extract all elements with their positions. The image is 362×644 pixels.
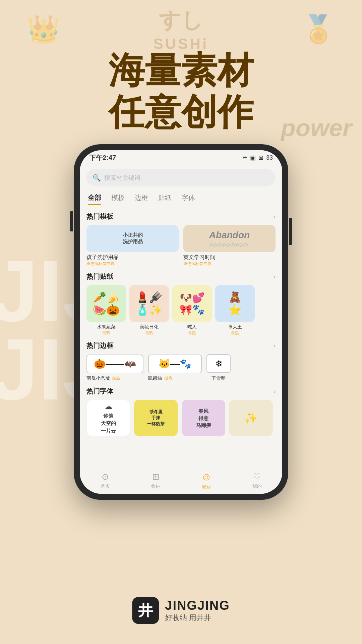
hot-fonts-header: 热门字体 › [86, 387, 276, 396]
bottom-nav: ⊙ 首页 ⊞ 收纳 ☺ 素材 ♡ 我的 [80, 467, 282, 494]
border-box-1: 🎃——🦇 [86, 355, 143, 373]
tab-template[interactable]: 模板 [111, 193, 125, 205]
template-tag-2: ※连续标签专属 [183, 261, 276, 267]
phone-outer: 下午2:47 ✳ ▣ ⊠ 33 🔍 搜素材关键词 全部 模板 [74, 144, 288, 500]
nav-material[interactable]: ☺ 素材 [181, 471, 232, 490]
hot-stickers-title: 热门贴纸 [86, 272, 113, 281]
border-name-3: 下雪咔 [212, 375, 226, 381]
nav-mine[interactable]: ♡ 我的 [232, 472, 282, 489]
sticker-2[interactable]: 💄🪮🧴✨ 美妆日化 最热 [129, 285, 169, 336]
hot-templates-header: 热门模板 › [86, 212, 276, 221]
hot-borders-title: 热门边框 [86, 341, 113, 350]
nav-home-label: 首页 [101, 483, 110, 489]
nav-home[interactable]: ⊙ 首页 [80, 472, 130, 489]
tab-bar: 全部 模板 边框 贴纸 字体 [86, 193, 276, 205]
material-icon: ☺ [201, 471, 212, 483]
sticker-box-3: 🐶💕🎀🐾 [172, 285, 212, 322]
tab-sticker[interactable]: 贴纸 [158, 193, 172, 205]
template-tag-1: ※连续标签专属 [86, 261, 179, 267]
nav-storage[interactable]: ⊞ 收纳 [130, 472, 181, 489]
search-icon: 🔍 [93, 174, 101, 182]
tab-all[interactable]: 全部 [88, 193, 101, 205]
tab-font[interactable]: 字体 [182, 193, 195, 205]
sticker-box-2: 💄🪮🧴✨ [129, 285, 169, 322]
battery-icon: ▣ [250, 154, 256, 161]
stickers-row: 🥕🍌🍉🎃 水果蔬菜 最热 💄🪮🧴✨ 美妆日化 最热 🐶💕🎀🐾 吨人 [86, 285, 276, 336]
phone-mockup: 下午2:47 ✳ ▣ ⊠ 33 🔍 搜素材关键词 全部 模板 [74, 144, 288, 500]
hot-stickers-header: 热门贴纸 › [86, 272, 276, 281]
sticker-name-4: 卓大王 [215, 324, 255, 330]
template-img-2: Abandon ▷▷▷▷▷▷▷▷▷ [183, 225, 276, 252]
brand-name: JINGJING [165, 598, 230, 613]
template-name-2: 英文学习时间 [183, 254, 276, 261]
sticker-box-4: 🧸⭐ [215, 285, 255, 322]
template-img-1: 小正井的洗护用品 [86, 225, 179, 252]
storage-icon: ⊞ [152, 472, 160, 482]
border-tag-2: 最热 [164, 375, 172, 381]
border-tag-1: 最热 [112, 375, 120, 381]
tab-border[interactable]: 边框 [135, 193, 148, 205]
border-name-2: 凯凯猫 [148, 375, 162, 381]
sticker-name-3: 吨人 [172, 324, 212, 330]
hot-templates-section: 热门模板 › 小正井的洗护用品 孩子洗护用品 ※连续标签专属 [86, 212, 276, 267]
sticker-3[interactable]: 🐶💕🎀🐾 吨人 最热 [172, 285, 212, 336]
hot-borders-more[interactable]: › [274, 343, 276, 349]
hot-stickers-section: 热门贴纸 › 🥕🍌🍉🎃 水果蔬菜 最热 💄🪮🧴✨ 美妆日化 最热 [86, 272, 276, 336]
font-card-4[interactable]: ✨ [229, 400, 273, 436]
brand-slogan: 好收纳 用井井 [165, 613, 230, 623]
sticker-4[interactable]: 🧸⭐ 卓大王 最热 [215, 285, 255, 336]
templates-row: 小正井的洗护用品 孩子洗护用品 ※连续标签专属 Abandon ▷▷▷▷▷▷▷▷… [86, 225, 276, 267]
hot-fonts-more[interactable]: › [274, 388, 276, 394]
hot-templates-title: 热门模板 [86, 212, 113, 221]
mine-icon: ♡ [253, 472, 261, 482]
hot-fonts-title: 热门字体 [86, 387, 113, 396]
hot-borders-header: 热门边框 › [86, 341, 276, 350]
border-3[interactable]: ❄ 下雪咔 [206, 354, 231, 381]
template-card-2[interactable]: Abandon ▷▷▷▷▷▷▷▷▷ 英文学习时间 ※连续标签专属 [183, 225, 276, 267]
fonts-row: ☁你羡天空的一片云 茶冬里手捧一杯热茶 春风得意马蹄疾 ✨ [86, 400, 276, 436]
brand-text: JINGJING 好收纳 用井井 [165, 598, 230, 623]
hot-templates-more[interactable]: › [274, 214, 276, 220]
template-name-1: 孩子洗护用品 [86, 254, 179, 261]
sticker-1[interactable]: 🥕🍌🍉🎃 水果蔬菜 最热 [86, 285, 126, 336]
template-card-1[interactable]: 小正井的洗护用品 孩子洗护用品 ※连续标签专属 [86, 225, 179, 267]
battery-level: 33 [266, 154, 273, 161]
sticker-tag-4: 最热 [215, 330, 255, 336]
template-info-1: 孩子洗护用品 ※连续标签专属 [86, 254, 179, 267]
sticker-tag-2: 最热 [129, 330, 169, 336]
wifi-icon: ⊠ [258, 154, 263, 161]
font-card-2[interactable]: 茶冬里手捧一杯热茶 [134, 400, 178, 436]
status-time: 下午2:47 [89, 153, 116, 162]
main-heading: 海量素材 任意创作 [0, 50, 362, 133]
hot-borders-section: 热门边框 › 🎃——🦇 南瓜小恶魔 最热 🐱—🐾 [86, 341, 276, 381]
nav-mine-label: 我的 [252, 483, 262, 489]
bottom-brand: 井 JINGJING 好收纳 用井井 [132, 597, 230, 624]
sticker-tag-1: 最热 [86, 330, 126, 336]
border-1[interactable]: 🎃——🦇 南瓜小恶魔 最热 [86, 355, 143, 381]
hot-fonts-section: 热门字体 › ☁你羡天空的一片云 茶冬里手捧一杯热茶 春风得意马蹄疾 [86, 387, 276, 436]
nav-storage-label: 收纳 [151, 483, 161, 489]
status-bar: 下午2:47 ✳ ▣ ⊠ 33 [80, 150, 282, 165]
home-icon: ⊙ [102, 472, 109, 482]
bluetooth-icon: ✳ [242, 154, 247, 161]
brand-logo-text: 井 [138, 601, 153, 621]
search-bar[interactable]: 🔍 搜素材关键词 [86, 169, 276, 186]
status-icons: ✳ ▣ ⊠ 33 [242, 154, 273, 161]
sticker-box-1: 🥕🍌🍉🎃 [86, 285, 126, 322]
heading-line1: 海量素材 [0, 50, 362, 91]
nav-material-label: 素材 [202, 484, 211, 490]
brand-logo: 井 [132, 597, 159, 624]
heading-line2: 任意创作 [0, 91, 362, 133]
border-box-3: ❄ [206, 354, 231, 373]
border-2[interactable]: 🐱—🐾 凯凯猫 最热 [148, 355, 202, 381]
font-card-3[interactable]: 春风得意马蹄疾 [182, 400, 225, 436]
border-name-1: 南瓜小恶魔 [86, 375, 110, 381]
sushi-deco: すしSUSHi [154, 9, 208, 52]
template-info-2: 英文学习时间 ※连续标签专属 [183, 254, 276, 267]
border-box-2: 🐱—🐾 [148, 355, 202, 373]
search-placeholder: 搜素材关键词 [104, 174, 140, 182]
borders-row: 🎃——🦇 南瓜小恶魔 最热 🐱—🐾 凯凯猫 最热 [86, 354, 276, 381]
font-card-1[interactable]: ☁你羡天空的一片云 [86, 400, 130, 436]
hot-stickers-more[interactable]: › [274, 274, 276, 280]
sticker-name-2: 美妆日化 [129, 324, 169, 330]
